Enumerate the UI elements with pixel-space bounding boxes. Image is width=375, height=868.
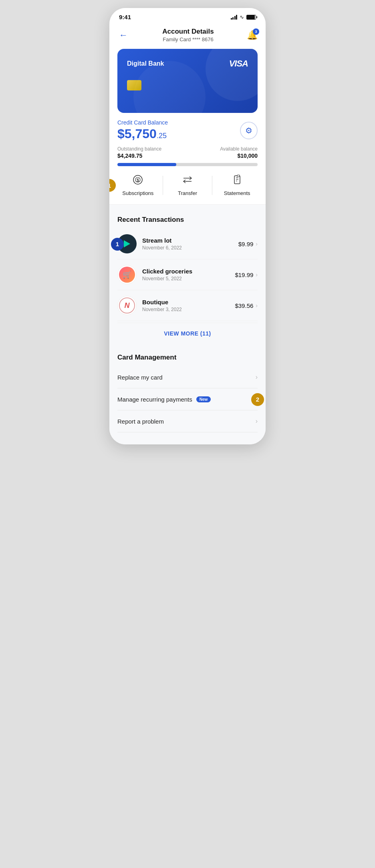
account-subtitle: Family Card **** 8676 <box>162 36 214 42</box>
chevron-right-icon-3: › <box>256 302 258 309</box>
card-bank-name: Digital Bank <box>127 60 164 67</box>
chevron-right-icon: › <box>256 241 258 247</box>
status-time: 9:41 <box>119 14 131 20</box>
signal-icon <box>231 15 238 20</box>
transactions-title: Recent Transactions <box>117 216 258 224</box>
streamlot-amount: $9.99 <box>238 241 254 247</box>
balance-details: Outstanding balance $4,249.75 Available … <box>117 146 258 159</box>
outstanding-label: Outstanding balance <box>117 146 161 152</box>
credit-progress-fill <box>117 163 176 166</box>
statements-label: Statements <box>224 190 250 196</box>
streamlot-date: November 6, 2022 <box>142 245 238 251</box>
visa-logo: VISA <box>229 58 248 69</box>
statements-icon <box>232 174 243 187</box>
status-icons: ∿ <box>231 14 256 20</box>
transfer-icon <box>182 174 193 187</box>
card-management-section: Card Management Replace my card › Manage… <box>109 344 266 444</box>
groceries-name: Clicked groceries <box>142 268 235 275</box>
step-badge-2: 1 <box>111 238 124 251</box>
outstanding-block: Outstanding balance $4,249.75 <box>117 146 161 159</box>
replace-card-chevron: › <box>256 374 258 381</box>
statements-action[interactable]: Statements <box>212 174 262 196</box>
boutique-amount-row: $39.56 › <box>235 302 258 309</box>
boutique-icon: N <box>119 297 135 313</box>
report-problem-item[interactable]: Report a problem › <box>117 410 258 432</box>
replace-card-item[interactable]: Replace my card › <box>117 366 258 388</box>
streamlot-info: Stream lot November 6, 2022 <box>142 237 238 251</box>
quick-actions: $ Subscriptions Transfer <box>109 166 266 205</box>
new-badge: New <box>196 396 211 402</box>
available-label: Available balance <box>220 146 258 152</box>
balance-amount: $5,750.25 <box>117 127 168 141</box>
report-problem-chevron: › <box>256 418 258 425</box>
replace-card-left: Replace my card <box>117 374 163 381</box>
transactions-section: Recent Transactions 1 Stream lot Novembe… <box>109 208 266 344</box>
available-value: $10,000 <box>220 153 258 159</box>
boutique-amount: $39.56 <box>235 302 253 309</box>
back-button[interactable]: ← <box>117 28 129 42</box>
streamlot-amount-row: $9.99 › <box>238 241 258 247</box>
battery-icon <box>246 15 256 20</box>
card-top-row: Digital Bank VISA <box>127 58 248 69</box>
credit-progress-bar <box>117 163 258 166</box>
groceries-amount: $19.99 <box>235 271 253 278</box>
card-chip <box>127 80 141 90</box>
view-more-button[interactable]: VIEW MORE (11) <box>117 323 258 344</box>
transfer-label: Transfer <box>178 190 197 196</box>
balance-row: Credit Card Balance $5,750.25 ⚙ <box>117 119 258 141</box>
page-title: Account Details <box>162 28 214 36</box>
header-center: Account Details Family Card **** 8676 <box>162 28 214 42</box>
groceries-info: Clicked groceries November 5, 2022 <box>142 268 235 281</box>
balance-main: $5,750 <box>117 127 157 141</box>
notification-badge: 3 <box>253 28 259 35</box>
balance-cents: .25 <box>157 132 167 140</box>
balance-label: Credit Card Balance <box>117 119 168 126</box>
card-section: Digital Bank VISA <box>109 44 266 113</box>
transaction-item-streamlot[interactable]: Stream lot November 6, 2022 $9.99 › <box>117 229 258 259</box>
groceries-date: November 5, 2022 <box>142 276 235 281</box>
subscriptions-label: Subscriptions <box>122 190 153 196</box>
chevron-right-icon-2: › <box>256 271 258 278</box>
page-header: ← Account Details Family Card **** 8676 … <box>109 23 266 44</box>
groceries-logo: 🛒 <box>117 265 137 284</box>
groceries-amount-row: $19.99 › <box>235 271 258 278</box>
gear-button[interactable]: ⚙ <box>240 122 258 139</box>
subscriptions-action[interactable]: $ Subscriptions <box>113 174 163 196</box>
boutique-name: Boutique <box>142 299 235 305</box>
boutique-info: Boutique November 3, 2022 <box>142 299 235 312</box>
groceries-icon: 🛒 <box>119 267 135 283</box>
subscriptions-icon: $ <box>132 174 143 187</box>
credit-card: Digital Bank VISA <box>117 49 258 113</box>
status-bar: 9:41 ∿ <box>109 8 266 23</box>
step-badge-3: 2 <box>251 393 264 406</box>
transaction-item-groceries[interactable]: 🛒 Clicked groceries November 5, 2022 $19… <box>117 259 258 290</box>
wifi-icon: ∿ <box>240 14 244 20</box>
boutique-date: November 3, 2022 <box>142 307 235 312</box>
report-problem-label: Report a problem <box>117 418 164 425</box>
replace-card-label: Replace my card <box>117 374 163 381</box>
card-management-title: Card Management <box>117 354 258 362</box>
svg-rect-9 <box>237 175 240 177</box>
available-block: Available balance $10,000 <box>220 146 258 159</box>
balance-section: Credit Card Balance $5,750.25 ⚙ Outstand… <box>109 113 266 159</box>
streamlot-name: Stream lot <box>142 237 238 244</box>
transfer-action[interactable]: Transfer <box>163 174 212 196</box>
svg-rect-5 <box>234 176 240 184</box>
outstanding-value: $4,249.75 <box>117 153 161 159</box>
recurring-payments-label: Manage recurring payments <box>117 396 192 403</box>
view-more-label: VIEW MORE (11) <box>164 330 211 337</box>
recurring-payments-item[interactable]: Manage recurring payments New › <box>117 388 258 410</box>
recurring-payments-left: Manage recurring payments New <box>117 396 211 403</box>
transaction-item-boutique[interactable]: N Boutique November 3, 2022 $39.56 › <box>117 290 258 321</box>
boutique-logo: N <box>117 296 137 315</box>
report-problem-left: Report a problem <box>117 418 164 425</box>
balance-left: Credit Card Balance $5,750.25 <box>117 119 168 141</box>
notification-button[interactable]: 🔔 3 <box>247 30 258 40</box>
